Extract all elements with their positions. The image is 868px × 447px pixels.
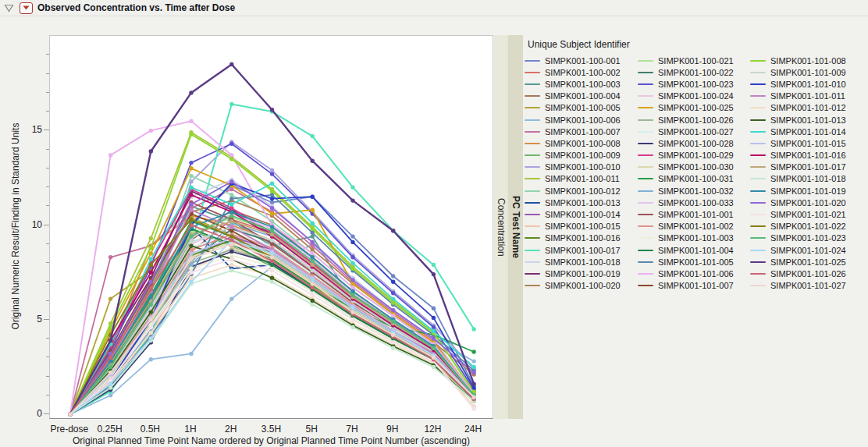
series-marker[interactable] [270, 232, 274, 236]
series-marker[interactable] [189, 202, 193, 206]
legend-item[interactable]: SIMPK001-101-020 [750, 197, 846, 208]
red-triangle-menu-button[interactable] [20, 2, 33, 14]
series-marker[interactable] [350, 267, 354, 271]
legend-item[interactable]: SIMPK001-100-027 [638, 126, 734, 137]
series-marker[interactable] [270, 193, 274, 197]
series-marker[interactable] [149, 271, 153, 275]
series-marker[interactable] [391, 308, 395, 312]
legend-item[interactable]: SIMPK001-100-018 [525, 256, 621, 268]
series-marker[interactable] [229, 257, 233, 261]
legend-item[interactable]: SIMPK001-101-027 [750, 280, 846, 292]
series-marker[interactable] [311, 263, 315, 267]
series-marker[interactable] [270, 200, 274, 204]
series-marker[interactable] [108, 393, 112, 397]
series-marker[interactable] [350, 234, 354, 238]
series-marker[interactable] [108, 255, 112, 259]
series-marker[interactable] [270, 263, 274, 267]
series-marker[interactable] [229, 242, 233, 246]
series-marker[interactable] [432, 307, 436, 310]
series-marker[interactable] [391, 274, 395, 278]
series-marker[interactable] [229, 62, 233, 66]
series-marker[interactable] [391, 340, 395, 344]
series-marker[interactable] [270, 172, 274, 176]
legend-item[interactable]: SIMPK001-101-002 [638, 221, 734, 232]
series-marker[interactable] [432, 325, 436, 329]
series-marker[interactable] [270, 242, 274, 246]
series-marker[interactable] [229, 225, 233, 229]
group-strip-variable[interactable]: PC Test Name [507, 35, 523, 419]
series-marker[interactable] [189, 251, 193, 255]
series-marker[interactable] [189, 161, 193, 165]
series-marker[interactable] [189, 223, 193, 227]
series-marker[interactable] [471, 371, 475, 374]
legend-item[interactable]: SIMPK001-101-016 [750, 150, 846, 161]
series-marker[interactable] [229, 193, 233, 197]
series-marker[interactable] [108, 339, 112, 342]
plot-area[interactable] [49, 35, 493, 419]
legend-item[interactable]: SIMPK001-100-009 [525, 150, 621, 161]
series-marker[interactable] [350, 261, 354, 264]
series-marker[interactable] [270, 251, 274, 255]
series-marker[interactable] [350, 198, 354, 202]
legend-item[interactable]: SIMPK001-101-005 [638, 256, 734, 268]
series-marker[interactable] [229, 229, 233, 232]
series-marker[interactable] [350, 278, 354, 282]
series-marker[interactable] [229, 268, 233, 272]
legend-item[interactable]: SIMPK001-100-010 [525, 161, 621, 173]
group-strip-level[interactable]: Concentration [493, 35, 508, 419]
series-marker[interactable] [189, 133, 193, 137]
legend-item[interactable]: SIMPK001-100-016 [525, 232, 621, 244]
series-marker[interactable] [149, 295, 153, 299]
series-marker[interactable] [432, 263, 436, 267]
series-marker[interactable] [311, 247, 315, 251]
legend-item[interactable]: SIMPK001-100-033 [638, 197, 734, 208]
series-marker[interactable] [432, 316, 436, 320]
series-marker[interactable] [270, 108, 274, 112]
series-marker[interactable] [432, 336, 436, 340]
legend-item[interactable]: SIMPK001-101-014 [750, 126, 846, 137]
series-marker[interactable] [471, 385, 475, 389]
series-marker[interactable] [229, 157, 233, 161]
series-marker[interactable] [311, 195, 315, 199]
series-marker[interactable] [391, 300, 395, 304]
legend-item[interactable]: SIMPK001-100-019 [525, 268, 621, 279]
series-marker[interactable] [108, 365, 112, 369]
series-marker[interactable] [270, 276, 274, 280]
series-marker[interactable] [229, 187, 233, 191]
legend-item[interactable]: SIMPK001-100-023 [638, 78, 734, 90]
series-marker[interactable] [189, 90, 193, 94]
series-marker[interactable] [189, 257, 193, 261]
series-marker[interactable] [149, 263, 153, 267]
series-marker[interactable] [189, 193, 193, 197]
legend-item[interactable]: SIMPK001-100-030 [638, 161, 734, 173]
series-marker[interactable] [432, 365, 436, 369]
series-marker[interactable] [350, 310, 354, 314]
series-marker[interactable] [311, 303, 315, 307]
series-marker[interactable] [149, 149, 153, 153]
legend-item[interactable]: SIMPK001-100-007 [525, 126, 621, 137]
series-marker[interactable] [149, 318, 153, 321]
series-marker[interactable] [149, 246, 153, 250]
series-marker[interactable] [149, 336, 153, 340]
series-marker[interactable] [270, 189, 274, 193]
series-marker[interactable] [270, 225, 274, 229]
series-marker[interactable] [229, 206, 233, 210]
series-marker[interactable] [229, 202, 233, 206]
legend-item[interactable]: SIMPK001-100-006 [525, 114, 621, 126]
legend-item[interactable]: SIMPK001-100-024 [638, 90, 734, 102]
series-marker[interactable] [270, 268, 274, 272]
legend-item[interactable]: SIMPK001-100-028 [638, 137, 734, 149]
series-marker[interactable] [391, 346, 395, 350]
series-marker[interactable] [432, 346, 436, 350]
series-marker[interactable] [229, 102, 233, 106]
legend-item[interactable]: SIMPK001-100-032 [638, 185, 734, 197]
series-marker[interactable] [189, 166, 193, 170]
legend-item[interactable]: SIMPK001-101-022 [750, 221, 846, 232]
series-marker[interactable] [229, 153, 233, 157]
series-marker[interactable] [350, 318, 354, 321]
legend-item[interactable]: SIMPK001-101-004 [638, 244, 734, 256]
series-marker[interactable] [311, 134, 315, 138]
legend-item[interactable]: SIMPK001-100-002 [525, 66, 621, 78]
series-marker[interactable] [350, 282, 354, 286]
series-marker[interactable] [108, 296, 112, 300]
